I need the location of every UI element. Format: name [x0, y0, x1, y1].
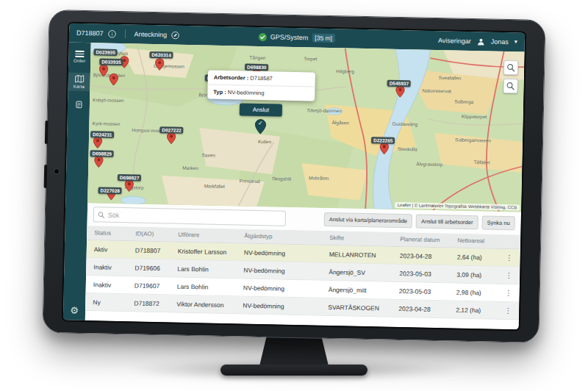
- map-place-label: Gustavsäng: [392, 121, 417, 127]
- tablet-device: D718807 i Anteckning GPS/System [35 m: [42, 10, 545, 343]
- map-place-label: Tillfället: [473, 159, 490, 165]
- popup-title-label: Arbetsorder :: [214, 74, 249, 82]
- work-order-map-label: D222265: [371, 137, 395, 144]
- map-pin-icon[interactable]: [124, 179, 134, 192]
- map-zoom-in-button[interactable]: [503, 60, 518, 75]
- map-pin-icon[interactable]: [98, 64, 108, 76]
- user-name[interactable]: Jonas: [491, 38, 509, 46]
- column-header: Nettoareal: [457, 237, 501, 245]
- map-place-label: Naturreservat: [422, 88, 451, 94]
- sidebar-item-order[interactable]: Order: [68, 49, 90, 65]
- cell-executor: [176, 321, 243, 323]
- work-order-map-label: D698827: [118, 174, 142, 182]
- anslut-button[interactable]: Anslut: [240, 103, 283, 116]
- map-place-label: Markfallet: [204, 183, 225, 189]
- popup-type-label: Typ :: [213, 89, 226, 96]
- map-icon: [74, 74, 84, 82]
- cell-status: [93, 320, 134, 320]
- map-pin-icon[interactable]: [93, 136, 102, 148]
- search-icon: [98, 211, 105, 218]
- work-order-map-label: D033935: [99, 58, 123, 65]
- cell-status: Ny: [93, 298, 134, 306]
- edit-note-icon[interactable]: [171, 31, 179, 39]
- info-icon[interactable]: i: [107, 29, 115, 37]
- tablet-volume-button: [45, 121, 49, 144]
- map-place-label: Sveafallen: [439, 75, 461, 81]
- cell-area: 2,98 (ha): [456, 288, 501, 296]
- popup-type-value: NV-bedömning: [228, 89, 265, 96]
- cell-skifte: MELLANROTEN: [329, 251, 400, 259]
- cell-action: [243, 323, 328, 324]
- sidebar-item-karta[interactable]: Karta: [68, 72, 90, 91]
- anslut-via-karta-button[interactable]: Anslut via karta/planerarområde: [324, 212, 413, 229]
- cell-id: D719607: [135, 281, 177, 290]
- work-order-map-label: D023935: [93, 49, 118, 56]
- cell-executor: Lars Bohlin: [177, 265, 243, 273]
- cell-executor: Kristoffer Larsson: [178, 247, 244, 256]
- selected-map-marker[interactable]: ✓: [254, 119, 266, 134]
- work-orders-panel: Anslut via karta/planerarområdeAnslut ti…: [85, 203, 521, 329]
- cell-status: Inaktiv: [93, 281, 135, 289]
- work-order-map-label: D545937: [387, 80, 412, 87]
- cell-area: 2,12 (ha): [456, 306, 500, 314]
- cell-skifte: Ängersjö_SV: [329, 268, 399, 277]
- map-pin-icon[interactable]: [109, 73, 118, 86]
- cell-area: 3,09 (ha): [456, 270, 501, 279]
- row-menu-button[interactable]: ⋮: [505, 289, 520, 297]
- map-pin-icon[interactable]: [379, 142, 389, 154]
- current-order-id: D718807: [76, 29, 104, 37]
- map-place-label: Torpet: [304, 56, 317, 61]
- map-pin-icon[interactable]: [154, 58, 164, 71]
- chevron-down-icon[interactable]: ▾: [514, 39, 517, 45]
- gps-label: GPS/System: [270, 33, 309, 41]
- sidebar-item-layers[interactable]: [68, 98, 90, 112]
- map-place-label: Högberg: [336, 68, 354, 74]
- work-order-map-label: D620314: [149, 51, 173, 59]
- cell-id: D719606: [135, 264, 177, 272]
- row-menu-button[interactable]: ⋮: [504, 306, 519, 315]
- main-content: GrytsjöGryttjemossenBjörknäsuddenKolsjö-…: [85, 43, 525, 329]
- map-place-label: Solberga: [454, 99, 473, 105]
- search-box: [93, 207, 286, 226]
- map-place-label: Kyrk-mossen: [92, 121, 120, 126]
- settings-gear-icon[interactable]: ⚙: [70, 305, 79, 316]
- row-menu-button[interactable]: ⋮: [506, 254, 520, 262]
- work-order-map-label: D024231: [90, 131, 115, 138]
- anslut-till-arbetsorder-button[interactable]: Anslut till arbetsorder: [416, 214, 478, 229]
- cell-id: D718872: [134, 299, 176, 307]
- map-place-label: Kolsjö-mossen: [93, 97, 124, 103]
- cell-action: NV-bedömning: [243, 301, 328, 310]
- tablet-camera: [54, 168, 60, 174]
- notifications-link[interactable]: Aviseringar: [438, 37, 471, 45]
- map-pin-icon[interactable]: [94, 155, 104, 168]
- cell-executor: Lars Bohlin: [177, 282, 243, 291]
- note-label[interactable]: Anteckning: [134, 30, 167, 38]
- map-place-label: Mobråten: [309, 175, 329, 181]
- map-place-label: Solbergamossen: [455, 137, 491, 143]
- map-place-label: Kullen: [258, 139, 271, 144]
- search-input[interactable]: [108, 211, 282, 222]
- map-zoom-out-button[interactable]: [503, 79, 517, 93]
- list-icon: [75, 51, 84, 57]
- map-place-label: Älvgravstorp: [416, 161, 442, 167]
- synka-nu-button[interactable]: Synka nu: [481, 215, 515, 230]
- map-pin-icon[interactable]: [166, 132, 176, 144]
- popup-title-value: D718587: [250, 75, 273, 82]
- map-pin-icon[interactable]: [395, 85, 405, 98]
- map-place-label: Saxen: [202, 152, 216, 157]
- map-place-label: Klippetorpet: [462, 114, 487, 120]
- cell-area: [456, 327, 500, 328]
- column-header: Utförare: [178, 232, 244, 240]
- tablet-stand-base: [220, 365, 368, 376]
- cell-action: NV-bedömning: [243, 266, 329, 275]
- cell-skifte: Ängersjö_mitt: [329, 286, 399, 295]
- map-zoom-controls: [503, 60, 518, 93]
- cell-date: 2023-04-28: [398, 305, 456, 314]
- cell-action: NV-bedömning: [243, 284, 329, 293]
- map-popup: Arbetsorder : D718587 Typ : NV-bedömning…: [207, 71, 315, 136]
- map-area[interactable]: GrytsjöGryttjemossenBjörknäsuddenKolsjö-…: [87, 43, 524, 212]
- column-header: Planerat datum: [400, 236, 457, 244]
- work-order-map-label: D027222: [159, 126, 184, 134]
- cell-date: 2023-05-03: [399, 270, 456, 279]
- row-menu-button[interactable]: ⋮: [505, 271, 520, 279]
